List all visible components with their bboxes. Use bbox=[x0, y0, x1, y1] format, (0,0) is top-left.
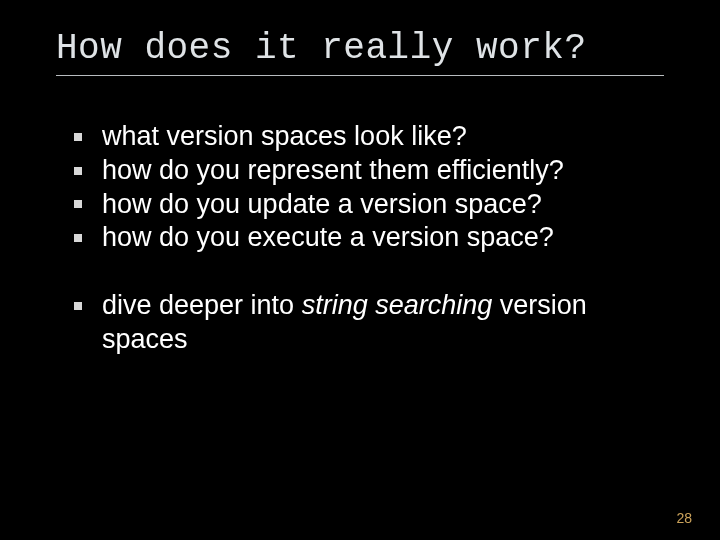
list-item: how do you update a version space? bbox=[74, 188, 664, 222]
text-prefix: dive deeper into bbox=[102, 290, 302, 320]
list-item: dive deeper into string searching versio… bbox=[74, 289, 664, 357]
title-rule bbox=[56, 75, 664, 76]
slide-title: How does it really work? bbox=[56, 28, 664, 69]
spacer bbox=[56, 255, 664, 289]
list-item: how do you execute a version space? bbox=[74, 221, 664, 255]
slide: How does it really work? what version sp… bbox=[0, 0, 720, 540]
page-number: 28 bbox=[676, 510, 692, 526]
list-item: how do you represent them efficiently? bbox=[74, 154, 664, 188]
bullet-list-1: what version spaces look like? how do yo… bbox=[56, 120, 664, 255]
bullet-list-2: dive deeper into string searching versio… bbox=[56, 289, 664, 357]
text-emphasis: string searching bbox=[302, 290, 493, 320]
list-item: what version spaces look like? bbox=[74, 120, 664, 154]
